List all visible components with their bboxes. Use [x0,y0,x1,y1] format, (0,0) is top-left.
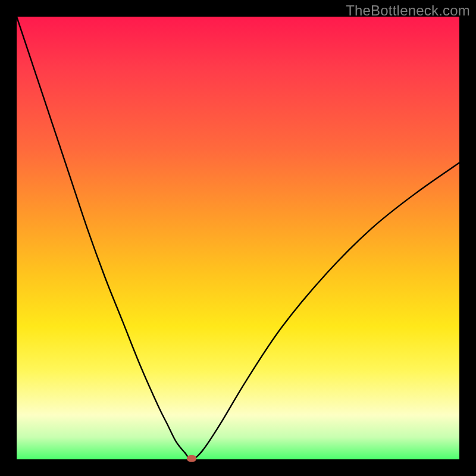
curve-svg [17,17,459,459]
chart-frame: TheBottleneck.com [0,0,476,476]
bottleneck-curve [17,17,459,459]
min-marker [187,455,196,462]
plot-area [17,17,459,459]
